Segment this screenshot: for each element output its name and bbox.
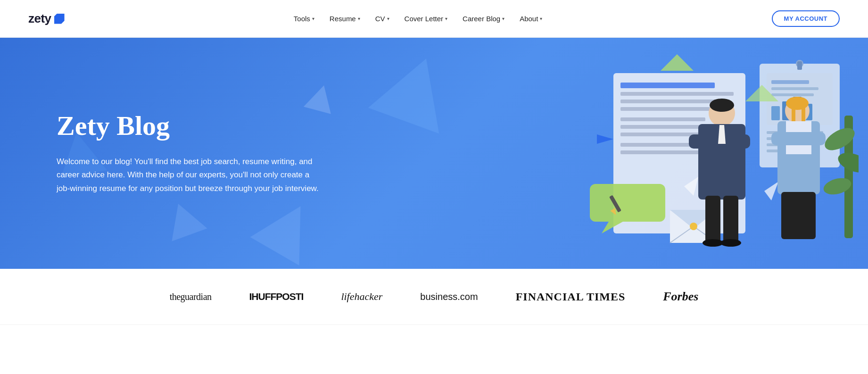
svg-rect-5 — [620, 117, 705, 121]
nav-arrow: ▾ — [502, 16, 504, 21]
svg-marker-10 — [597, 134, 613, 144]
hero-content: Zety Blog Welcome to our blog! You'll fi… — [0, 73, 377, 233]
site-header: zety Tools▾Resume▾CV▾Cover Letter▾Career… — [0, 0, 868, 38]
logo-text: zety — [28, 11, 51, 26]
nav-arrow: ▾ — [358, 16, 360, 21]
svg-point-48 — [720, 239, 741, 247]
hero-title: Zety Blog — [57, 111, 321, 141]
press-logo-businesscom: business.com — [420, 291, 478, 302]
svg-rect-1 — [620, 83, 715, 88]
nav-arrow: ▾ — [387, 16, 389, 21]
site-logo[interactable]: zety — [28, 11, 65, 26]
nav-item-resume[interactable]: Resume▾ — [330, 15, 360, 23]
svg-rect-2 — [620, 92, 734, 96]
svg-rect-3 — [620, 100, 724, 103]
nav-item-cv[interactable]: CV▾ — [375, 15, 389, 23]
decorative-triangle-1 — [368, 46, 462, 133]
nav-arrow: ▾ — [540, 16, 542, 21]
my-account-button[interactable]: MY ACCOUNT — [772, 10, 840, 27]
hero-section: Zety Blog Welcome to our blog! You'll fi… — [0, 38, 868, 269]
main-nav: Tools▾Resume▾CV▾Cover Letter▾Career Blog… — [294, 15, 543, 23]
svg-point-39 — [690, 223, 697, 230]
svg-point-41 — [710, 99, 734, 112]
svg-rect-31 — [590, 184, 665, 222]
press-logos-section: theguardianIHUFFPOSTIlifehackerbusiness.… — [0, 269, 868, 325]
svg-rect-18 — [771, 106, 780, 120]
press-logo-huffpost: IHUFFPOSTI — [249, 291, 304, 302]
nav-arrow: ▾ — [312, 16, 314, 21]
svg-rect-17 — [771, 93, 814, 96]
svg-rect-52 — [802, 106, 805, 123]
svg-marker-30 — [764, 182, 778, 200]
svg-point-47 — [703, 239, 723, 247]
press-logo-financial-times: FINANCIAL TIMES — [516, 291, 626, 303]
hero-description: Welcome to our blog! You'll find the bes… — [57, 155, 321, 196]
svg-rect-45 — [705, 196, 720, 243]
press-logo-forbes: Forbes — [663, 290, 698, 304]
svg-rect-16 — [771, 87, 818, 90]
nav-arrow: ▾ — [445, 16, 447, 21]
svg-rect-46 — [723, 196, 738, 243]
nav-item-cover-letter[interactable]: Cover Letter▾ — [405, 15, 448, 23]
svg-rect-8 — [620, 143, 696, 147]
nav-item-career-blog[interactable]: Career Blog▾ — [463, 15, 504, 23]
press-logo-the-guardian: theguardian — [170, 291, 212, 302]
hero-svg — [547, 45, 859, 262]
nav-item-about[interactable]: About▾ — [520, 15, 542, 23]
svg-rect-56 — [781, 192, 816, 239]
svg-marker-26 — [661, 54, 694, 71]
logo-icon — [54, 14, 65, 24]
svg-rect-55 — [771, 132, 826, 145]
nav-item-tools[interactable]: Tools▾ — [294, 15, 314, 23]
svg-rect-13 — [797, 61, 802, 70]
svg-rect-15 — [771, 80, 809, 84]
press-logo-lifehacker: lifehacker — [341, 291, 382, 303]
hero-illustration — [538, 38, 868, 269]
